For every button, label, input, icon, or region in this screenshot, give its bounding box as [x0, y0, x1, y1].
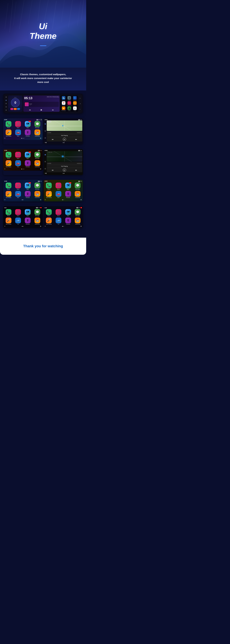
app-music[interactable]: 🎵 Music: [14, 121, 23, 128]
dcr-music[interactable]: 🎵 Music: [54, 209, 63, 216]
orange-hamburger[interactable]: ≡: [4, 168, 5, 170]
dcr-audiobooks[interactable]: 📚 Audiobooks: [73, 217, 82, 225]
orange-app-phone[interactable]: 📞 Phone: [4, 152, 13, 159]
dark-dot-2: [64, 173, 64, 174]
cf-nowplaying[interactable]: 🎤 Now Playing: [44, 190, 54, 198]
grid-icon[interactable]: ⊞: [40, 138, 41, 139]
bl-audiobooks[interactable]: 📚 Audiobooks: [33, 190, 42, 198]
bl-podcasts[interactable]: 🎙 Podcasts: [23, 190, 32, 198]
app-nowplaying[interactable]: 🎤 Now Playing: [4, 129, 13, 137]
orange-back-label: Back: [17, 166, 19, 167]
orange-grid-icon[interactable]: ⊞: [40, 168, 41, 170]
dcr-hamburger[interactable]: ≡: [45, 226, 46, 227]
bl-messages[interactable]: 💬 Messages: [33, 182, 42, 190]
app-item-bluetooth[interactable]: 🔵 Bluetooth: [72, 96, 78, 101]
app-messages[interactable]: 💬 Messages: [33, 121, 42, 128]
bl-nowplaying[interactable]: 🎤 Now Playing: [4, 190, 13, 198]
app-audiobooks[interactable]: 📚 Audiobooks: [33, 129, 42, 137]
map-hamburger[interactable]: ≡⊞: [45, 142, 47, 143]
cf-hamburger[interactable]: ≡: [45, 199, 46, 200]
dcr-messages[interactable]: 💬 Messages: [73, 209, 82, 216]
dcl-messages[interactable]: 💬 Messages: [33, 209, 42, 216]
app-item-appstore[interactable]: 🏪 App Store: [61, 96, 66, 101]
bl-back[interactable]: 🚗 Back: [14, 190, 23, 198]
orange-app-messages[interactable]: 💬 Messages: [33, 152, 42, 159]
bottom-right-icons: ⊞: [40, 138, 41, 139]
app-phone[interactable]: 📞 Phone: [4, 121, 13, 128]
dcl-grid[interactable]: ⊞: [40, 226, 41, 227]
orange-app-music[interactable]: 🎵 Music: [14, 152, 23, 159]
app-podcasts[interactable]: 🎙 Podcasts: [23, 129, 32, 137]
hamburger-menu[interactable]: ≡: [4, 138, 5, 139]
dcl-podcasts[interactable]: 🎙 Podcasts: [23, 217, 32, 225]
next-button[interactable]: ⏭: [52, 109, 54, 111]
dark-play-button[interactable]: ▶: [63, 168, 66, 172]
cf-phone[interactable]: 📞 Phone: [44, 182, 54, 190]
dark-next-button[interactable]: ⏭: [76, 169, 77, 171]
app-item-drone[interactable]: 🔧 Drone: [72, 101, 78, 106]
dcl-car[interactable]: 🚙 Car: [14, 217, 23, 225]
dcr-grid[interactable]: ⊞: [80, 226, 82, 227]
nav-icon-2[interactable]: [44, 130, 46, 132]
cf-dot-2: [63, 200, 64, 200]
prev-track-button[interactable]: ⏮: [52, 138, 54, 140]
cf-back-icon: 🚗: [56, 191, 61, 197]
dcl-music[interactable]: 🎵 Music: [14, 209, 23, 216]
cf-podcasts[interactable]: 🎙 Podcasts: [64, 190, 73, 198]
orange-app-back[interactable]: 🚗 Back: [14, 160, 23, 168]
cf-maps[interactable]: 🗺 2706 Maps: [64, 182, 73, 190]
cf-maps-icon: 🗺 2706: [65, 182, 71, 188]
cf-maps-label: Maps: [67, 189, 69, 190]
cf-back[interactable]: 🚗 Back: [54, 190, 63, 198]
bl-maps[interactable]: 🗺 2706 Maps: [23, 182, 32, 190]
music-info: Songs Artist: [24, 102, 59, 107]
play-button[interactable]: ▶: [41, 109, 42, 111]
dcr-audiobooks-label: Audiobooks: [75, 224, 80, 224]
app-item-calendar[interactable]: 📅 Calendar: [61, 101, 66, 106]
dcr-maps[interactable]: 🗺 Maps: [64, 209, 73, 216]
app-item-google[interactable]: G Google: [72, 106, 78, 111]
app-item-filemanager[interactable]: 📁 Filemanager: [61, 106, 66, 111]
next-track-button[interactable]: ⏭: [76, 138, 77, 140]
cf-grid[interactable]: ⊞: [80, 199, 82, 200]
dcl-nowplaying[interactable]: 🎤 Now Playing: [4, 217, 13, 225]
nav-icon-1[interactable]: [44, 123, 46, 124]
dcl-hamburger[interactable]: ≡: [4, 226, 5, 227]
dcl-phone[interactable]: 📞 Phone: [4, 209, 13, 216]
bl-hamburger[interactable]: ≡: [4, 199, 5, 200]
dcl-maps[interactable]: 🗺 Maps: [23, 209, 32, 216]
dark-nav-2[interactable]: [44, 161, 46, 162]
dcr-car[interactable]: 🚙 Car: [54, 217, 63, 225]
bl-phone[interactable]: 📞 Phone: [4, 182, 13, 190]
app-item-carunit[interactable]: 🚗 Car unit 2.9: [67, 101, 72, 106]
cf-messages[interactable]: 💬 Messages: [73, 182, 82, 190]
orange-app-nowplaying[interactable]: 🎤 Now Playing: [4, 160, 13, 168]
orange-app-audiobooks[interactable]: 📚 Audiobooks: [33, 160, 42, 168]
play-pause-button[interactable]: ▶: [63, 138, 66, 141]
nav-icon-3[interactable]: [44, 137, 46, 138]
dcr-nowplaying[interactable]: 🎤 Now Playing: [44, 217, 54, 225]
app-back[interactable]: 🚗 Back: [14, 129, 23, 137]
music-controls-row: ⏮ ▶ ⏭: [24, 109, 59, 111]
dark-nav-3[interactable]: [44, 168, 46, 169]
dcr-phone[interactable]: 📞 Phone: [44, 209, 54, 216]
orange-app-podcasts[interactable]: 🎙 Podcasts: [23, 160, 32, 168]
cf-music[interactable]: 🎵 Music: [54, 182, 63, 190]
app-grid-row1: 📞 Phone 🎵 Music 🗺 2706 Maps: [4, 120, 42, 129]
orange-app-maps[interactable]: 🗺 2706 Maps: [23, 152, 32, 159]
app-item-gallery[interactable]: 🖼 Gallery: [67, 106, 72, 111]
cf-audiobooks[interactable]: 📚 Audiobooks: [73, 190, 82, 198]
dark-prev-button[interactable]: ⏮: [52, 169, 54, 171]
bl-music[interactable]: 🎵 Music: [14, 182, 23, 190]
bl-grid[interactable]: ⊞: [40, 199, 41, 200]
dark-hamburger[interactable]: ≡⊞: [45, 172, 47, 174]
app-maps[interactable]: 🗺 2706 Maps: [23, 121, 32, 128]
map-signal-icon: ▌▌▌: [78, 119, 80, 120]
dcr-podcasts-icon: 🎙: [65, 218, 71, 223]
dcl-audiobooks[interactable]: 📚 Audiobooks: [33, 217, 42, 225]
dcr-podcasts[interactable]: 🎙 Podcasts: [64, 217, 73, 225]
dark-nav-1[interactable]: [44, 154, 46, 155]
prev-button[interactable]: ⏮: [29, 109, 31, 111]
app-item-settings[interactable]: ⚙ Settings: [67, 96, 72, 101]
orange-music-icon: 🎵: [15, 152, 21, 158]
